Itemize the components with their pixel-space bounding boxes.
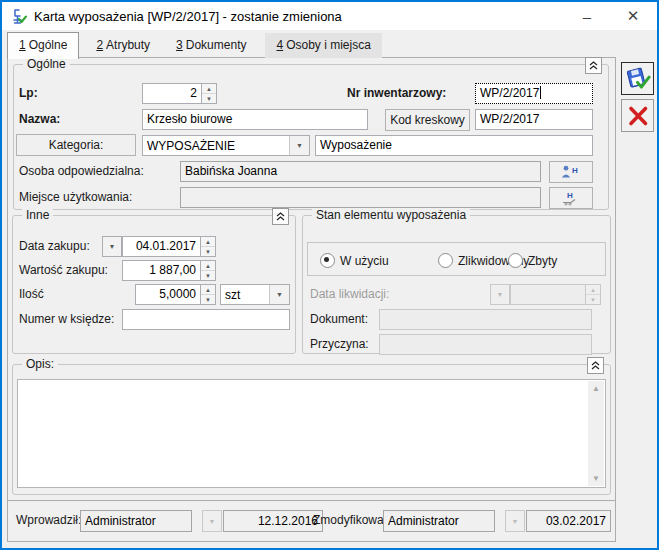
radio-selected-icon xyxy=(320,253,335,268)
radio-zbyty[interactable]: Zbyty xyxy=(508,252,557,270)
tab-dokumenty[interactable]: 3Dokumenty xyxy=(165,33,257,58)
dropdown-icon[interactable]: ▼ xyxy=(269,285,289,304)
collapse-ogolne-button[interactable] xyxy=(585,57,602,74)
tab-number: 2 xyxy=(96,38,103,52)
save-button[interactable] xyxy=(621,62,654,95)
purchase-date-value[interactable]: 04.01.2017 xyxy=(122,236,201,257)
group-opis: Opis: ▲ ▼ xyxy=(12,364,611,495)
group-stan-legend: Stan elementu wyposażenia xyxy=(312,208,470,223)
radio-icon xyxy=(438,253,453,268)
liquidation-date-field xyxy=(510,284,586,305)
liquidation-date-spinner: ▲ ▼ xyxy=(586,284,601,305)
person-history-button[interactable]: H xyxy=(549,161,593,183)
created-by-field: Administrator xyxy=(80,510,192,532)
collapse-inne-button[interactable] xyxy=(272,208,289,225)
spin-down-icon[interactable]: ▼ xyxy=(202,94,216,103)
lp-stepper[interactable]: 2 ▲ ▼ xyxy=(142,83,217,104)
document-field xyxy=(379,309,592,330)
purchase-date-stepper[interactable]: 04.01.2017 ▲ ▼ xyxy=(122,236,216,257)
category-combo[interactable]: WYPOSAŻENIE ▼ xyxy=(142,135,310,156)
barcode-button[interactable]: Kod kreskowy xyxy=(385,109,470,131)
tab-strip: 1Ogólne 2Atrybuty 3Dokumenty 4Osoby i mi… xyxy=(2,30,612,58)
category-button[interactable]: Kategoria: xyxy=(16,134,136,156)
radio-icon xyxy=(508,253,523,268)
tab-label: Osoby i miejsca xyxy=(286,38,371,52)
spin-up-icon[interactable]: ▲ xyxy=(201,261,215,271)
dropdown-icon[interactable]: ▼ xyxy=(289,136,309,155)
unit-combo[interactable]: szt ▼ xyxy=(220,284,290,305)
inventory-number-label: Nr inwentarzowy: xyxy=(347,83,446,104)
spin-up-icon[interactable]: ▲ xyxy=(201,237,215,247)
liquidation-date-label: Data likwidacji: xyxy=(310,284,389,305)
equipment-chair-icon xyxy=(10,8,27,25)
group-inne: Inne Data zakupu: ▼ 04.01.2017 ▲ ▼ Warto… xyxy=(12,215,296,354)
created-date-field: 12.12.2016 xyxy=(223,510,323,532)
place-history-button[interactable]: H xyxy=(549,187,593,209)
inventory-number-field[interactable]: WP/2/2017 xyxy=(475,83,593,104)
spin-down-icon[interactable]: ▼ xyxy=(201,247,215,256)
purchase-value-spinner[interactable]: ▲ ▼ xyxy=(201,260,216,281)
person-history-icon: H xyxy=(560,164,582,180)
quantity-spinner[interactable]: ▲ ▼ xyxy=(201,284,216,305)
tab-osoby-i-miejsca[interactable]: 4Osoby i miejsca xyxy=(265,33,381,58)
tab-content-panel: Ogólne Lp: 2 ▲ ▼ Nr inwentarzowy: WP/2/2… xyxy=(7,57,616,542)
spin-down-icon[interactable]: ▼ xyxy=(201,271,215,280)
purchase-date-spinner[interactable]: ▲ ▼ xyxy=(201,236,216,257)
tab-ogolne[interactable]: 1Ogólne xyxy=(7,32,79,59)
radio-label: W użyciu xyxy=(340,254,389,268)
created-by-label: Wprowadził: xyxy=(16,510,81,531)
description-textarea[interactable]: ▲ ▼ xyxy=(17,379,606,488)
liquidation-date-stepper: ▲ ▼ xyxy=(510,284,601,305)
collapse-opis-button[interactable] xyxy=(587,357,604,374)
scroll-up-icon[interactable]: ▲ xyxy=(592,384,600,393)
scroll-down-icon[interactable]: ▼ xyxy=(592,474,600,483)
modified-by-field: Administrator xyxy=(383,510,495,532)
purchase-value-value[interactable]: 1 887,00 xyxy=(122,260,201,281)
purchase-date-dropdown[interactable]: ▼ xyxy=(102,236,122,257)
window-title: Karta wyposażenia [WP/2/2017] - zostanie… xyxy=(34,9,342,24)
tab-atrybuty[interactable]: 2Atrybuty xyxy=(85,33,161,58)
purchase-value-label: Wartość zakupu: xyxy=(19,260,108,281)
responsible-person-label: Osoba odpowiedzialna: xyxy=(19,161,144,182)
spin-down-icon[interactable]: ▼ xyxy=(201,295,215,304)
barcode-field[interactable]: WP/2/2017 xyxy=(475,109,593,130)
modified-by-label: Zmodyfikował: xyxy=(313,510,390,531)
category-description-field[interactable]: Wyposażenie xyxy=(315,135,593,156)
liquidation-date-dropdown: ▼ xyxy=(490,284,510,305)
spin-up-icon[interactable]: ▲ xyxy=(201,285,215,295)
text-cursor xyxy=(540,86,541,99)
tab-label: Ogólne xyxy=(29,38,68,52)
book-number-field[interactable] xyxy=(122,309,290,330)
group-inne-legend: Inne xyxy=(22,208,53,223)
lp-value[interactable]: 2 xyxy=(142,83,202,104)
book-number-label: Numer w księdze: xyxy=(19,309,114,330)
quantity-value[interactable]: 5,0000 xyxy=(135,284,201,305)
close-button[interactable]: ✕ xyxy=(609,2,657,30)
cancel-button[interactable] xyxy=(621,99,654,132)
document-label: Dokument: xyxy=(310,309,368,330)
description-scrollbar[interactable]: ▲ ▼ xyxy=(588,381,604,486)
double-chevron-up-icon xyxy=(591,361,600,370)
audit-bar: Wprowadził: Administrator ▼ 12.12.2016 Z… xyxy=(8,500,615,541)
svg-text:H: H xyxy=(567,191,573,200)
spin-up-icon[interactable]: ▲ xyxy=(202,84,216,94)
minimize-button[interactable]: – xyxy=(565,2,609,30)
tab-label: Dokumenty xyxy=(186,38,247,52)
place-of-use-field[interactable] xyxy=(180,187,541,208)
purchase-value-stepper[interactable]: 1 887,00 ▲ ▼ xyxy=(122,260,216,281)
modified-date-field: 03.02.2017 xyxy=(526,510,611,532)
radio-w-uzyciu[interactable]: W użyciu xyxy=(320,252,389,270)
responsible-person-field[interactable]: Babińska Joanna xyxy=(180,161,541,182)
spin-up-icon: ▲ xyxy=(586,285,600,295)
quantity-stepper[interactable]: 5,0000 ▲ ▼ xyxy=(135,284,216,305)
radio-label: Zbyty xyxy=(528,254,557,268)
reason-field xyxy=(379,334,592,355)
spin-down-icon: ▼ xyxy=(586,295,600,304)
lp-label: Lp: xyxy=(19,83,38,104)
name-field[interactable]: Krzesło biurowe xyxy=(142,109,368,130)
tab-number: 1 xyxy=(19,38,26,52)
svg-text:H: H xyxy=(572,166,578,175)
lp-spinner[interactable]: ▲ ▼ xyxy=(202,83,217,104)
modified-by-dropdown: ▼ xyxy=(505,510,525,532)
name-label: Nazwa: xyxy=(19,109,60,130)
